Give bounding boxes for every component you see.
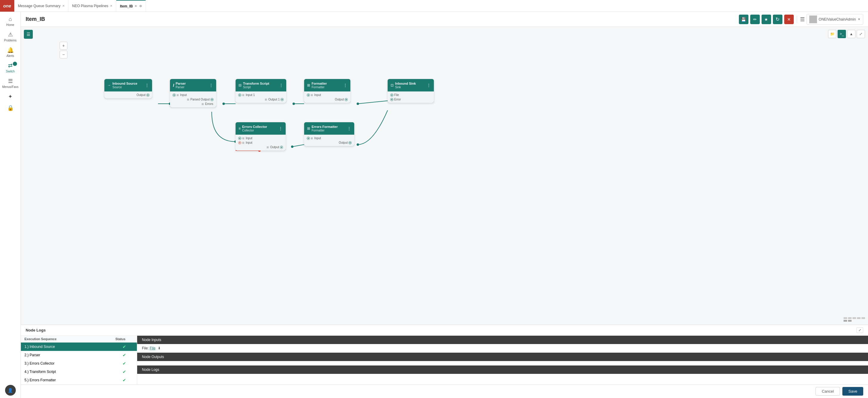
formatter-output-port	[345, 98, 347, 101]
log-row-4[interactable]: 4.) Transform Script ✔	[21, 368, 137, 376]
user-avatar[interactable]: 👤	[5, 385, 16, 396]
refresh-button[interactable]: ↻	[773, 14, 782, 24]
node-outputs-header: Node Outputs	[137, 353, 868, 361]
expand-button[interactable]: ⤢	[857, 30, 865, 38]
node-inbound-sink-menu[interactable]: ⋮	[427, 83, 431, 88]
log-row-5[interactable]: 5.) Errors Formatter ✔	[21, 376, 137, 384]
inbound-sink-icon: ⊡	[391, 83, 394, 87]
menu-icon[interactable]: ☰	[800, 16, 805, 23]
node-errors-collector[interactable]: ≡ Errors Collector Collector ⋮ ⊞ Input	[236, 122, 286, 151]
svg-point-1	[222, 102, 225, 105]
node-errors-formatter[interactable]: ⊞ Errors Formatter Formatter ⋮ ⊞ Input	[304, 122, 354, 146]
node-parser-title: Parser	[176, 82, 186, 86]
errors-collector-icon: ≡	[239, 126, 241, 130]
sidebar-item-tools[interactable]: ✦	[1, 92, 20, 102]
sidebar-item-switch[interactable]: ⇄ Switch	[1, 61, 20, 75]
bottom-action-bar: Cancel Save	[21, 384, 868, 398]
node-inbound-source[interactable]: → Inbound Source Source ⋮ Output	[104, 79, 152, 98]
svg-point-7	[356, 144, 359, 146]
triangle-button[interactable]: ▲	[847, 30, 856, 38]
errors-formatter-icon: ⊞	[307, 126, 310, 130]
sidebar-item-menus[interactable]: ☰ Menus/Favs	[1, 76, 20, 90]
app-logo: one	[0, 0, 14, 12]
col-status: Status	[115, 337, 133, 341]
svg-point-2	[292, 102, 295, 105]
node-inbound-sink-title: Inbound Sink	[395, 82, 416, 86]
node-transform-menu[interactable]: ⋮	[279, 83, 283, 88]
inbound-source-icon: →	[107, 83, 111, 87]
ec-input2-port	[239, 142, 241, 144]
list-view-button[interactable]: ☰	[24, 30, 33, 39]
logs-detail-panel: Node Inputs File: File ⬇ Node Outputs	[137, 336, 868, 384]
node-errors-formatter-menu[interactable]: ⋮	[347, 126, 351, 131]
col-execution-sequence: Execution Sequence	[25, 337, 115, 341]
sink-error-port	[391, 98, 393, 101]
svg-point-3	[356, 102, 359, 105]
tools-icon: ✦	[8, 93, 12, 100]
node-formatter[interactable]: ⊞ Formatter Formatter ⋮ ⊞ Input	[304, 79, 350, 103]
node-parser[interactable]: I Parser Parser ⋮ ⊞ Input	[170, 79, 216, 107]
log-row-1[interactable]: 1.) Inbound Source ✔	[21, 342, 137, 351]
ec-output-port	[280, 146, 283, 149]
canvas-controls: 📁 >_ ▲ ⤢	[828, 30, 865, 38]
log-row-3[interactable]: 3.) Errors Collector ✔	[21, 359, 137, 368]
sidebar-item-home[interactable]: ⌂ Home	[1, 14, 20, 28]
transform-input-port	[239, 94, 241, 96]
tab-item-ib[interactable]: Item_IB ✕ ⚙	[116, 0, 146, 12]
node-inbound-source-menu[interactable]: ⋮	[145, 83, 149, 88]
sidebar-item-problems[interactable]: ⚠ Problems	[1, 30, 20, 44]
folder-button[interactable]: 📁	[828, 30, 836, 38]
transform-icon: ⊟	[239, 83, 242, 87]
alerts-icon: 🔔	[7, 47, 14, 53]
sidebar-item-lock[interactable]: 🔒	[1, 103, 20, 113]
save-pipeline-button[interactable]: 💾	[739, 14, 748, 24]
sink-file-port	[391, 94, 393, 96]
tab-item-ib-close[interactable]: ✕	[134, 4, 137, 8]
tab-neo-close[interactable]: ✕	[110, 4, 113, 7]
node-parser-menu[interactable]: ⋮	[209, 83, 213, 88]
zoom-out-button[interactable]: −	[60, 51, 67, 58]
zoom-in-button[interactable]: +	[60, 42, 67, 50]
node-transform-title: Transform Script	[243, 82, 269, 86]
dropdown-chevron-icon: ▼	[858, 18, 861, 21]
canvas-toolbar: ☰	[24, 30, 33, 39]
parser-input-port	[173, 94, 175, 96]
connections-svg	[21, 27, 868, 325]
terminal-button[interactable]: >_	[838, 30, 846, 38]
close-pipeline-button[interactable]: ✕	[784, 14, 794, 24]
node-inbound-sink[interactable]: ⊡ Inbound Sink Sink ⋮ File	[388, 79, 434, 103]
svg-point-6	[291, 146, 293, 148]
logs-expand-button[interactable]: ⤢	[856, 327, 863, 333]
switch-badge	[13, 62, 17, 66]
node-errors-collector-title: Errors Collector	[242, 125, 267, 129]
status-check-4: ✔	[115, 369, 133, 374]
edit-button[interactable]: ✏	[750, 14, 760, 24]
status-check-1: ✔	[115, 344, 133, 349]
page-title: Item_IB	[26, 16, 45, 22]
home-icon: ⌂	[9, 16, 12, 22]
save-button[interactable]: Save	[842, 387, 863, 396]
node-formatter-menu[interactable]: ⋮	[343, 83, 347, 88]
star-button[interactable]: ★	[762, 14, 771, 24]
tab-mqs[interactable]: Message Queue Summary ✕	[14, 0, 69, 12]
node-inbound-source-title: Inbound Source	[113, 82, 137, 86]
download-icon[interactable]: ⬇	[158, 346, 161, 350]
cancel-button[interactable]: Cancel	[815, 387, 840, 396]
formatter-input-port	[307, 94, 310, 96]
node-logs-panel: Node Logs ⤢ Execution Sequence Status 1.…	[21, 325, 868, 384]
log-row-2[interactable]: 2.) Parser ✔	[21, 351, 137, 359]
sidebar-item-alerts[interactable]: 🔔 Alerts	[1, 45, 20, 59]
node-inputs-header: Node Inputs	[137, 336, 868, 344]
pipeline-canvas-area: ☰ 📁 >_ ▲ ⤢ + −	[21, 27, 868, 325]
node-errors-collector-menu[interactable]: ⋮	[279, 126, 283, 131]
node-transform-script[interactable]: ⊟ Transform Script Script ⋮ ⊞ Input 1	[236, 79, 286, 103]
tab-mqs-close[interactable]: ✕	[62, 4, 65, 7]
tab-neo[interactable]: NEO Plasma Pipelines ✕	[69, 0, 116, 12]
file-link[interactable]: File	[150, 346, 155, 350]
ef-input-port	[307, 137, 310, 140]
user-dropdown[interactable]: ONEIValueChainAdmin ▼	[807, 14, 863, 25]
user-name: ONEIValueChainAdmin	[819, 17, 856, 22]
status-check-3: ✔	[115, 361, 133, 366]
node-outputs-content	[137, 361, 868, 366]
zoom-controls: + −	[60, 42, 67, 58]
